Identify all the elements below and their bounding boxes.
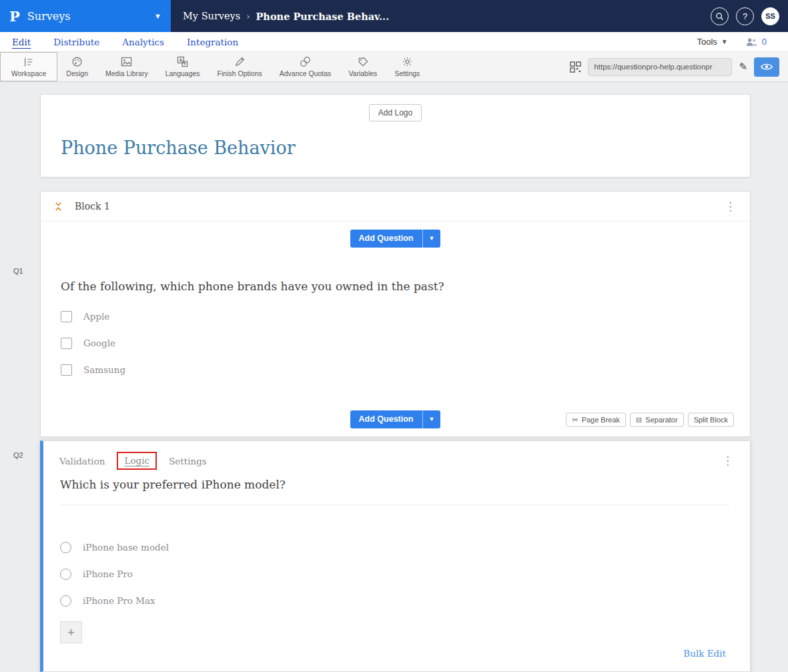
checkbox[interactable]: [61, 338, 72, 349]
toolbar-right: ✎: [570, 52, 788, 81]
collapse-block-icon[interactable]: [54, 202, 63, 212]
editor-toolbar: Workspace Design Media Library Languages…: [0, 52, 788, 82]
answer-option-label[interactable]: Apple: [83, 311, 109, 322]
answer-option: iPhone Pro Max: [60, 595, 730, 607]
design-palette-icon: [71, 56, 83, 67]
media-library-icon: [121, 56, 132, 67]
page-break-label: Page Break: [582, 416, 620, 424]
add-question-button[interactable]: Add Question: [350, 230, 422, 248]
user-avatar[interactable]: SS: [761, 7, 779, 25]
tab-edit[interactable]: Edit: [12, 37, 31, 47]
toolbar-item-design[interactable]: Design: [57, 52, 97, 81]
toolbar-item-languages[interactable]: Languages: [157, 52, 209, 81]
finish-options-icon: [234, 56, 246, 67]
toolbar-item-settings[interactable]: Settings: [386, 52, 428, 81]
toolbar-item-label: Languages: [165, 69, 200, 77]
question-text[interactable]: Which is your preferred iPhone model?: [60, 478, 730, 491]
edit-url-pencil-icon[interactable]: ✎: [739, 61, 747, 73]
add-question-button[interactable]: Add Question: [350, 410, 422, 428]
answer-option-label[interactable]: Google: [83, 338, 115, 348]
eye-icon: [760, 62, 773, 71]
surveys-product-switcher[interactable]: P Surveys ▼: [0, 0, 171, 32]
question-text[interactable]: Of the following, which phone brands hav…: [61, 280, 730, 293]
page-break-button[interactable]: ✂ Page Break: [566, 412, 626, 426]
answer-option-label[interactable]: iPhone Pro: [83, 569, 133, 579]
bulk-edit-link[interactable]: Bulk Edit: [683, 648, 726, 659]
nav-tabs: Edit Distribute Analytics Integration: [12, 37, 238, 47]
settings-gear-icon: [402, 56, 413, 67]
toolbar-item-media-library[interactable]: Media Library: [97, 52, 157, 81]
chevron-down-icon: ▼: [154, 12, 161, 20]
breadcrumb-current: Phone Purchase Behav...: [256, 11, 389, 22]
checkbox[interactable]: [61, 364, 72, 376]
tab-analytics[interactable]: Analytics: [122, 37, 164, 47]
add-question-caret-icon[interactable]: ▼: [422, 230, 441, 248]
toolbar-item-workspace[interactable]: Workspace: [0, 52, 57, 81]
block-title[interactable]: Block 1: [75, 201, 110, 212]
survey-header-card: Add Logo Phone Purchase Behavior: [40, 94, 751, 178]
answer-options: iPhone base model iPhone Pro iPhone Pro …: [43, 523, 750, 607]
settings-tab[interactable]: Settings: [169, 456, 207, 466]
answer-option-label[interactable]: iPhone Pro Max: [83, 595, 155, 606]
question-marker-q2: Q2: [13, 451, 23, 459]
answer-option-label[interactable]: iPhone base model: [83, 542, 169, 553]
block-menu-icon[interactable]: ⋮: [725, 201, 737, 212]
add-question-split-button[interactable]: Add Question ▼: [350, 230, 441, 248]
main-nav: Edit Distribute Analytics Integration To…: [0, 32, 788, 52]
radio-button[interactable]: [60, 569, 71, 580]
search-button[interactable]: [711, 7, 729, 25]
qr-code-icon[interactable]: [570, 61, 581, 73]
radio-button[interactable]: [60, 542, 71, 553]
tools-menu[interactable]: Tools ▼: [697, 37, 728, 47]
breadcrumb-root[interactable]: My Surveys: [183, 11, 240, 21]
split-block-button[interactable]: Split Block: [688, 412, 734, 426]
workspace-icon: [23, 56, 34, 67]
search-icon: [715, 12, 724, 21]
validation-tab[interactable]: Validation: [59, 456, 105, 466]
tab-integration[interactable]: Integration: [187, 37, 238, 47]
separator-label: Separator: [645, 416, 677, 424]
toolbar-item-label: Variables: [348, 69, 377, 77]
radio-button[interactable]: [60, 595, 71, 607]
survey-url-input[interactable]: [588, 58, 732, 76]
question-action-tabs: Validation Logic Settings ⋮: [43, 441, 750, 470]
toolbar-item-variables[interactable]: Variables: [340, 52, 386, 81]
help-icon: ?: [743, 11, 747, 21]
toolbar-item-label: Advance Quotas: [280, 69, 332, 77]
question-q1[interactable]: Of the following, which phone brands hav…: [41, 256, 750, 402]
add-option-button[interactable]: +: [60, 621, 82, 643]
questionpro-logo-icon: P: [9, 8, 20, 25]
add-question-split-button[interactable]: Add Question ▼: [350, 410, 441, 428]
toolbar-item-label: Media Library: [105, 69, 148, 77]
block-tools: ✂ Page Break ⊟ Separator Split Block: [566, 412, 734, 426]
toolbar-item-advance-quotas[interactable]: Advance Quotas: [271, 52, 340, 81]
split-block-label: Split Block: [694, 416, 728, 424]
people-icon: [745, 37, 758, 47]
topbar-actions: ? SS: [711, 7, 788, 25]
logic-tab-highlighted[interactable]: Logic: [117, 452, 157, 470]
answer-option: iPhone Pro: [60, 568, 730, 580]
survey-title[interactable]: Phone Purchase Behavior: [61, 137, 750, 158]
add-question-row-top: Add Question ▼: [41, 222, 750, 256]
toolbar-item-label: Settings: [394, 69, 420, 77]
toolbar-item-label: Finish Options: [218, 69, 262, 77]
answer-option-label[interactable]: Samsung: [83, 364, 125, 375]
preview-button[interactable]: [754, 57, 779, 77]
product-name: Surveys: [27, 10, 71, 23]
add-question-caret-icon[interactable]: ▼: [422, 410, 441, 428]
chevron-down-icon: ▼: [721, 38, 728, 45]
checkbox[interactable]: [61, 311, 72, 322]
collaborators-button[interactable]: 0: [745, 37, 767, 47]
breadcrumb: My Surveys › Phone Purchase Behav...: [183, 11, 389, 22]
separator-button[interactable]: ⊟ Separator: [630, 412, 684, 426]
tools-label: Tools: [697, 37, 717, 47]
question-q2-card[interactable]: Validation Logic Settings ⋮ Which is you…: [40, 440, 751, 672]
variables-tag-icon: [357, 56, 368, 67]
toolbar-item-finish-options[interactable]: Finish Options: [209, 52, 271, 81]
tab-distribute[interactable]: Distribute: [53, 37, 99, 47]
survey-canvas: Q1 Q2 Add Logo Phone Purchase Behavior B…: [0, 82, 788, 672]
nav-right: Tools ▼ 0: [697, 37, 777, 47]
question-menu-icon[interactable]: ⋮: [722, 455, 734, 466]
add-logo-button[interactable]: Add Logo: [369, 104, 422, 121]
help-button[interactable]: ?: [736, 7, 754, 25]
